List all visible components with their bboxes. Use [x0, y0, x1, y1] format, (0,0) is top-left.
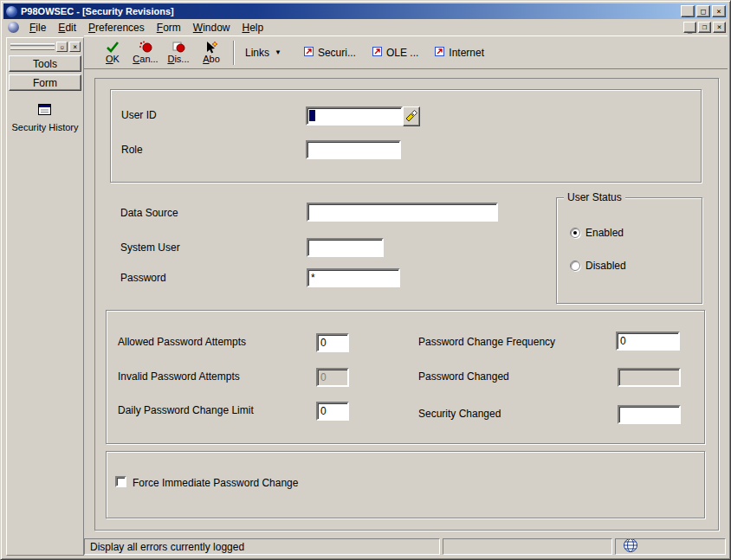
password-changed-input: [618, 368, 681, 387]
data-source-input[interactable]: [307, 203, 498, 222]
user-id-input[interactable]: [306, 106, 403, 126]
password-input[interactable]: [307, 268, 400, 287]
disabled-radio-row: Disabled: [570, 260, 626, 272]
visual-assist-button[interactable]: [403, 106, 420, 126]
enabled-radio-label: Enabled: [585, 227, 624, 239]
system-user-input[interactable]: [307, 238, 384, 257]
enabled-radio[interactable]: [570, 228, 580, 238]
security-changed-input[interactable]: [618, 405, 681, 424]
tab-form[interactable]: Form: [9, 74, 81, 91]
menu-window[interactable]: Window: [187, 20, 236, 35]
text-caret: [309, 110, 315, 121]
force-password-change-label: Force Immediate Password Change: [133, 477, 298, 489]
disabled-radio[interactable]: [570, 261, 580, 271]
display-icon: [171, 41, 185, 54]
data-source-label: Data Source: [120, 207, 178, 219]
about-button[interactable]: Abo: [195, 38, 228, 67]
invalid-password-attempts-label: Invalid Password Attempts: [118, 370, 240, 383]
flashlight-icon: [405, 109, 418, 125]
mdi-close-button[interactable]: ×: [713, 22, 726, 33]
menu-bar: File Edit Preferences Form Window Help _…: [3, 19, 728, 35]
sidebar-close-button[interactable]: ×: [69, 42, 81, 52]
form-canvas: User ID Role Data: [84, 69, 728, 537]
links-dropdown-icon[interactable]: ▼: [275, 48, 281, 56]
mdi-window-controls: _ ❐ ×: [683, 22, 726, 33]
status-message: Display all errors currently logged: [84, 538, 440, 555]
sidebar: ▫ × Tools Form Security History: [6, 37, 84, 556]
daily-password-change-limit-input[interactable]: [316, 402, 349, 421]
password-change-frequency-label: Password Change Frequency: [418, 336, 555, 348]
link-page-icon: [372, 46, 383, 60]
menu-file[interactable]: File: [23, 20, 52, 35]
system-user-label: System User: [120, 241, 180, 254]
enabled-radio-row: Enabled: [570, 227, 624, 239]
force-change-group-box: Force Immediate Password Change: [106, 451, 705, 518]
invalid-password-attempts-input: [316, 368, 349, 387]
user-status-title: User Status: [564, 191, 625, 203]
app-window: P98OWSEC - [Security Revisions] _ □ × Fi…: [0, 0, 731, 560]
title-bar: P98OWSEC - [Security Revisions] _ □ ×: [3, 3, 728, 19]
tab-tools[interactable]: Tools: [9, 55, 81, 72]
ok-check-icon: [106, 41, 120, 54]
app-icon: [6, 6, 17, 17]
mdi-restore-button[interactable]: ❐: [698, 22, 711, 33]
sidebar-pin-button[interactable]: ▫: [56, 42, 68, 52]
sidebar-item-security-history[interactable]: Security History: [9, 103, 81, 133]
daily-password-change-limit-label: Daily Password Change Limit: [118, 404, 254, 416]
menu-preferences[interactable]: Preferences: [82, 20, 151, 35]
display-errors-button[interactable]: Dis...: [162, 38, 195, 67]
security-changed-label: Security Changed: [418, 408, 501, 420]
internet-link-button[interactable]: Internet: [426, 43, 492, 62]
toolbar-separator: [233, 41, 235, 65]
toolbar: OK Can... Dis...: [84, 35, 728, 69]
cancel-button[interactable]: Can...: [129, 38, 162, 67]
security-link-button[interactable]: Securi...: [295, 43, 364, 62]
status-cell-connection: [615, 538, 726, 555]
disabled-radio-label: Disabled: [585, 260, 626, 272]
link-page-icon: [303, 46, 314, 60]
cancel-icon: [139, 41, 152, 54]
ole-link-button[interactable]: OLE ...: [364, 43, 426, 62]
menu-edit[interactable]: Edit: [52, 20, 82, 35]
password-changed-label: Password Changed: [418, 370, 509, 383]
mdi-system-icon[interactable]: [8, 22, 19, 33]
minimize-button[interactable]: _: [681, 5, 695, 17]
ok-button[interactable]: OK: [96, 38, 129, 67]
grip-lines-icon: [10, 43, 55, 50]
form-window-icon: [37, 103, 53, 119]
mdi-minimize-button[interactable]: _: [683, 22, 696, 33]
password-settings-group-box: Allowed Password Attempts Invalid Passwo…: [106, 310, 705, 444]
close-button[interactable]: ×: [712, 5, 726, 17]
user-id-label: User ID: [121, 109, 157, 121]
sidebar-grip[interactable]: ▫ ×: [9, 40, 81, 53]
password-change-frequency-input[interactable]: [616, 331, 680, 351]
window-title: P98OWSEC - [Security Revisions]: [21, 6, 681, 16]
link-page-icon: [434, 46, 445, 60]
maximize-button[interactable]: □: [696, 5, 710, 17]
window-controls: _ □ ×: [681, 5, 726, 17]
menu-form[interactable]: Form: [151, 20, 187, 35]
password-label: Password: [120, 272, 166, 284]
sidebar-item-label: Security History: [9, 122, 81, 133]
user-status-group-box: User Status Enabled Disabled: [556, 197, 702, 304]
form-panel: User ID Role Data: [94, 78, 719, 531]
client-area: OK Can... Dis...: [84, 35, 728, 557]
status-cell-secondary: [443, 538, 612, 555]
role-label: Role: [121, 144, 143, 156]
allowed-password-attempts-input[interactable]: [316, 333, 349, 352]
globe-icon: [623, 538, 638, 555]
status-bar: Display all errors currently logged: [84, 537, 728, 557]
about-icon: [204, 41, 218, 54]
allowed-password-attempts-label: Allowed Password Attempts: [118, 336, 246, 348]
force-password-change-checkbox[interactable]: [115, 476, 126, 487]
user-group-box: User ID Role: [110, 89, 702, 183]
menu-help[interactable]: Help: [236, 20, 269, 35]
role-input[interactable]: [306, 140, 401, 159]
links-label: Links: [245, 47, 269, 59]
